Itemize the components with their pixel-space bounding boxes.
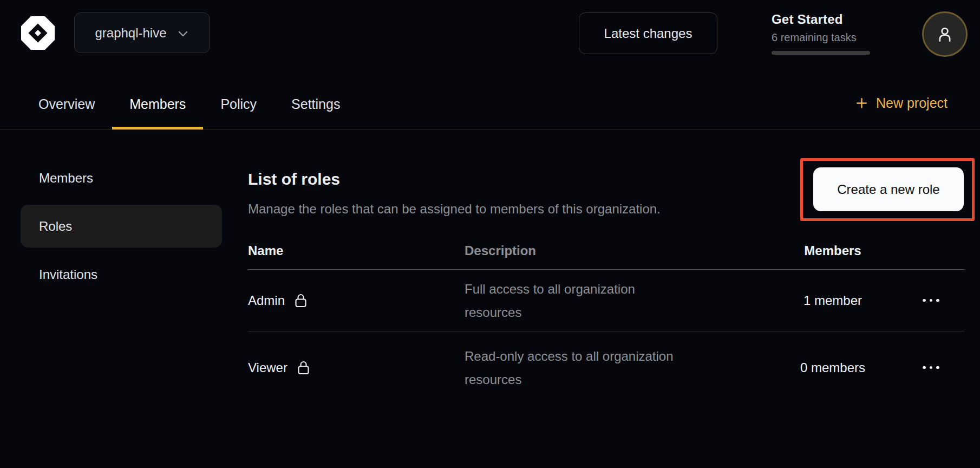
tab-settings[interactable]: Settings (274, 76, 357, 129)
table-row-viewer: Viewer Read-only access to all organizat… (248, 332, 964, 404)
sidebar-item-invitations[interactable]: Invitations (21, 253, 222, 296)
table-row-admin: Admin Full access to all organization re… (248, 270, 964, 332)
row-menu-button[interactable] (917, 361, 945, 375)
get-started-title: Get Started (772, 12, 874, 27)
latest-changes-button[interactable]: Latest changes (579, 12, 717, 54)
members-sidebar: Members Roles Invitations (21, 157, 222, 301)
new-project-button[interactable]: New project (855, 76, 948, 130)
lock-icon (293, 292, 308, 308)
get-started-progress-bar (772, 51, 870, 55)
role-name: Admin (248, 293, 285, 308)
role-member-count: 0 members (768, 360, 898, 375)
plus-icon (855, 96, 868, 110)
hive-logo-icon[interactable] (20, 15, 56, 51)
org-selector-label: graphql-hive (95, 25, 166, 41)
latest-changes-label: Latest changes (604, 26, 692, 41)
get-started-widget[interactable]: Get Started 6 remaining tasks (772, 12, 874, 55)
get-started-subtitle: 6 remaining tasks (772, 31, 874, 44)
column-header-name: Name (248, 243, 465, 258)
tab-policy[interactable]: Policy (203, 76, 274, 129)
new-project-label: New project (876, 95, 948, 111)
hive-dashboard: graphql-hive Latest changes Get Started … (0, 0, 980, 468)
role-description: Full access to all organization resource… (465, 277, 692, 324)
org-tab-bar: Overview Members Policy Settings New pro… (0, 76, 980, 130)
role-member-count: 1 member (768, 293, 898, 308)
roles-table: Name Description Members Admin Full acce… (248, 232, 964, 404)
tab-members[interactable]: Members (112, 76, 203, 129)
user-avatar[interactable] (922, 11, 968, 57)
tab-overview[interactable]: Overview (21, 76, 112, 129)
ellipsis-icon (923, 366, 926, 369)
user-icon (935, 24, 955, 44)
role-description: Read-only access to all organization res… (465, 344, 692, 391)
row-menu-button[interactable] (917, 294, 945, 308)
sidebar-item-roles[interactable]: Roles (21, 205, 222, 248)
create-role-button[interactable]: Create a new role (813, 167, 964, 211)
org-selector[interactable]: graphql-hive (74, 12, 210, 53)
lock-icon (296, 360, 311, 375)
column-header-members: Members (768, 243, 898, 258)
page-title: List of roles (248, 170, 340, 188)
column-header-description: Description (465, 239, 768, 262)
page-description: Manage the roles that can be assigned to… (248, 202, 661, 217)
table-header-row: Name Description Members (248, 232, 964, 270)
role-name: Viewer (248, 360, 288, 375)
chevron-down-icon (177, 27, 190, 40)
sidebar-item-members[interactable]: Members (21, 157, 222, 199)
ellipsis-icon (923, 299, 926, 302)
